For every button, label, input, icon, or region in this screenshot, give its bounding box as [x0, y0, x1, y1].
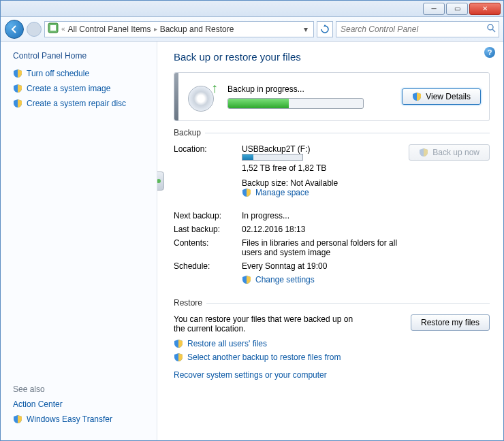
- breadcrumb-item[interactable]: All Control Panel Items: [68, 24, 151, 34]
- backup-size-text: Backup size: Not Available: [242, 178, 408, 188]
- progress-stripe: [174, 73, 178, 120]
- shield-icon: [419, 148, 428, 157]
- control-panel-icon: [48, 22, 59, 35]
- see-also-action-center[interactable]: Action Center: [13, 399, 112, 409]
- shield-icon: [174, 339, 183, 348]
- see-also-label: Action Center: [13, 399, 63, 409]
- breadcrumb-prefix: «: [61, 25, 65, 33]
- search-input[interactable]: [339, 24, 486, 35]
- see-also-title: See also: [13, 385, 112, 394]
- close-button[interactable]: ✕: [469, 3, 501, 15]
- select-another-backup-link[interactable]: Select another backup to restore files f…: [187, 353, 341, 362]
- contents-value: Files in libraries and personal folders …: [242, 238, 419, 257]
- change-settings-link[interactable]: Change settings: [255, 275, 315, 284]
- backup-group: Backup Location: USBBackup2T (F:) 1,52 T…: [174, 128, 490, 293]
- shield-icon: [174, 353, 183, 362]
- schedule-label: Schedule:: [174, 261, 242, 271]
- see-also-label: Windows Easy Transfer: [27, 414, 112, 424]
- navigation-bar: « All Control Panel Items ▸ Backup and R…: [1, 17, 503, 42]
- sidebar-item-turn-off-schedule[interactable]: Turn off schedule: [13, 69, 157, 78]
- shield-icon: [13, 99, 22, 108]
- last-backup-label: Last backup:: [174, 225, 242, 234]
- shield-icon: [13, 84, 22, 93]
- svg-line-3: [492, 29, 495, 32]
- search-icon[interactable]: [486, 23, 496, 35]
- shield-icon: [412, 92, 422, 101]
- next-backup-value: In progress...: [242, 211, 490, 220]
- window-titlebar: ─ ▭ ✕: [1, 1, 503, 17]
- restore-legend: Restore: [174, 298, 206, 308]
- see-also-easy-transfer[interactable]: Windows Easy Transfer: [13, 414, 112, 424]
- sidebar-item-label: Create a system repair disc: [27, 99, 126, 108]
- restore-description: You can restore your files that were bac…: [174, 314, 364, 333]
- free-space-text: 1,52 TB free of 1,82 TB: [242, 163, 408, 173]
- recover-system-link[interactable]: Recover system settings or your computer: [174, 370, 364, 380]
- breadcrumb[interactable]: « All Control Panel Items ▸ Backup and R…: [44, 21, 314, 37]
- help-icon[interactable]: ?: [484, 47, 495, 58]
- back-button[interactable]: [5, 20, 24, 39]
- contents-label: Contents:: [174, 238, 242, 257]
- shield-icon: [242, 188, 251, 197]
- location-label: Location:: [174, 144, 242, 201]
- backup-disc-icon: ↑: [188, 82, 218, 112]
- forward-button[interactable]: [27, 22, 42, 37]
- sidebar-home-link[interactable]: Control Panel Home: [13, 51, 157, 61]
- search-box[interactable]: [336, 21, 499, 37]
- main-panel: ? Back up or restore your files ↑ Backup…: [157, 42, 503, 440]
- backup-now-button: Back up now: [409, 144, 490, 161]
- shield-icon: [242, 275, 251, 284]
- see-also-section: See also Action Center Windows Easy Tran…: [13, 385, 112, 429]
- view-details-button[interactable]: View Details: [402, 88, 481, 105]
- progress-bar: [227, 98, 364, 109]
- location-value: USBBackup2T (F:): [242, 144, 408, 154]
- view-details-label: View Details: [426, 92, 471, 101]
- sidebar-item-label: Turn off schedule: [27, 69, 89, 78]
- sidebar: Control Panel Home Turn off schedule Cre…: [1, 42, 157, 440]
- page-title: Back up or restore your files: [174, 51, 490, 63]
- restore-my-files-label: Restore my files: [421, 318, 479, 327]
- breadcrumb-dropdown[interactable]: ▾: [301, 24, 311, 34]
- backup-legend: Backup: [174, 128, 205, 137]
- minimize-button[interactable]: ─: [423, 3, 445, 15]
- sidebar-item-label: Create a system image: [27, 84, 110, 93]
- restore-group: Restore You can restore your files that …: [174, 298, 490, 380]
- backup-now-label: Back up now: [432, 148, 479, 157]
- next-backup-label: Next backup:: [174, 211, 242, 220]
- last-backup-value: 02.12.2016 18:13: [242, 225, 490, 234]
- restore-all-users-link[interactable]: Restore all users' files: [187, 339, 267, 348]
- shield-icon: [13, 69, 22, 78]
- manage-space-link[interactable]: Manage space: [255, 188, 309, 197]
- breadcrumb-item[interactable]: Backup and Restore: [160, 24, 234, 34]
- drive-icon: [157, 172, 164, 191]
- svg-rect-1: [50, 25, 56, 31]
- refresh-button[interactable]: [317, 21, 333, 37]
- disk-usage-bar: [242, 154, 303, 161]
- progress-status-text: Backup in progress...: [227, 84, 392, 94]
- sidebar-item-create-system-image[interactable]: Create a system image: [13, 84, 157, 93]
- sidebar-item-create-repair-disc[interactable]: Create a system repair disc: [13, 99, 157, 108]
- chevron-right-icon: ▸: [154, 25, 157, 33]
- backup-progress-panel: ↑ Backup in progress... View Details: [174, 72, 490, 121]
- schedule-value: Every Sonntag at 19:00: [242, 261, 490, 271]
- svg-point-2: [488, 24, 493, 30]
- restore-my-files-button[interactable]: Restore my files: [411, 314, 490, 331]
- maximize-button[interactable]: ▭: [446, 3, 468, 15]
- shield-icon: [13, 414, 22, 424]
